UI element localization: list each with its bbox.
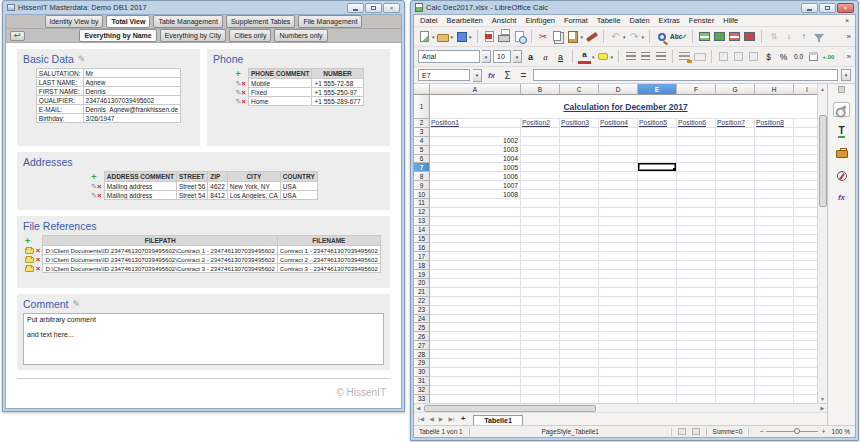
clone-formatting-button[interactable] xyxy=(585,29,598,44)
menu-hilfe[interactable]: Hilfe xyxy=(723,16,738,25)
cell-D28[interactable] xyxy=(599,350,638,359)
cell-D24[interactable] xyxy=(599,315,638,324)
table-management-button[interactable]: Table Management xyxy=(153,15,223,28)
cell-I25[interactable] xyxy=(794,323,817,332)
cell-A11[interactable] xyxy=(430,199,521,208)
cell-E9[interactable] xyxy=(638,181,677,190)
cell-C13[interactable] xyxy=(560,217,599,226)
sum-display[interactable]: Summe=0 xyxy=(713,428,743,435)
cell-D20[interactable] xyxy=(599,279,638,288)
cell-I3[interactable] xyxy=(794,128,817,137)
cell-H22[interactable] xyxy=(755,297,794,306)
cell-B17[interactable] xyxy=(521,252,560,261)
row-header-26[interactable]: 26 xyxy=(414,332,430,341)
cell-D4[interactable] xyxy=(599,137,638,146)
cell-C7[interactable] xyxy=(560,163,599,172)
cell-I15[interactable] xyxy=(794,235,817,244)
add-file-button[interactable]: + xyxy=(25,236,30,246)
cell-C32[interactable] xyxy=(560,386,599,395)
cell-C33[interactable] xyxy=(560,395,599,403)
cut-button[interactable]: ✂ xyxy=(537,29,550,44)
cell-F12[interactable] xyxy=(677,208,716,217)
cell-B20[interactable] xyxy=(521,279,560,288)
cell-G5[interactable] xyxy=(716,146,755,155)
cell-reference-box[interactable]: E7 xyxy=(418,69,470,81)
cell-I21[interactable] xyxy=(794,288,817,297)
cell-E32[interactable] xyxy=(638,386,677,395)
menu-datei[interactable]: Datei xyxy=(420,16,438,25)
cell-G32[interactable] xyxy=(716,386,755,395)
cell-F31[interactable] xyxy=(677,377,716,386)
open-button[interactable] xyxy=(437,29,450,44)
cell-E30[interactable] xyxy=(638,368,677,377)
currency-format-button[interactable]: $ xyxy=(762,49,775,64)
cell-G30[interactable] xyxy=(716,368,755,377)
cell-I12[interactable] xyxy=(794,208,817,217)
cell-E3[interactable] xyxy=(638,128,677,137)
cell-D13[interactable] xyxy=(599,217,638,226)
cell-B16[interactable] xyxy=(521,243,560,252)
cell-A22[interactable] xyxy=(430,297,521,306)
cell-C28[interactable] xyxy=(560,350,599,359)
cell-G10[interactable] xyxy=(716,190,755,199)
cell-B18[interactable] xyxy=(521,261,560,270)
cell-E4[interactable] xyxy=(638,137,677,146)
cell-G20[interactable] xyxy=(716,279,755,288)
font-name-select[interactable]: Arial xyxy=(418,50,480,63)
align-center-button[interactable] xyxy=(639,49,652,64)
cell-E24[interactable] xyxy=(638,315,677,324)
cell-G14[interactable] xyxy=(716,226,755,235)
cell-I33[interactable] xyxy=(794,395,817,403)
cell-H16[interactable] xyxy=(755,243,794,252)
cell-I14[interactable] xyxy=(794,226,817,235)
cell-E16[interactable] xyxy=(638,243,677,252)
cell-E18[interactable] xyxy=(638,261,677,270)
formula-button[interactable]: = xyxy=(517,68,530,83)
cell-E17[interactable] xyxy=(638,252,677,261)
cell-E6[interactable] xyxy=(638,155,677,164)
cell-G33[interactable] xyxy=(716,395,755,403)
delete-row-icon[interactable]: × xyxy=(36,255,41,264)
row-header-16[interactable]: 16 xyxy=(414,243,430,252)
cell-A19[interactable] xyxy=(430,270,521,279)
chevron-down-icon[interactable]: ▾ xyxy=(642,34,645,40)
row-header-31[interactable]: 31 xyxy=(414,377,430,386)
row-header-24[interactable]: 24 xyxy=(414,315,430,324)
row-header-27[interactable]: 27 xyxy=(414,341,430,350)
row-header-7[interactable]: 7 xyxy=(414,163,430,172)
cell-H3[interactable] xyxy=(755,128,794,137)
chevron-down-icon[interactable]: ▾ xyxy=(592,54,595,60)
chevron-down-icon[interactable]: ▾ xyxy=(581,34,584,40)
cell-F15[interactable] xyxy=(677,235,716,244)
cell-I28[interactable] xyxy=(794,350,817,359)
row-header-23[interactable]: 23 xyxy=(414,306,430,315)
sort-button[interactable]: ⇅ xyxy=(767,29,780,44)
cell-H33[interactable] xyxy=(755,395,794,403)
cell-F6[interactable] xyxy=(677,155,716,164)
cell-D29[interactable] xyxy=(599,359,638,368)
cell-E29[interactable] xyxy=(638,359,677,368)
cell-G31[interactable] xyxy=(716,377,755,386)
cell-F32[interactable] xyxy=(677,386,716,395)
cell-H21[interactable] xyxy=(755,288,794,297)
align-left-button[interactable] xyxy=(624,49,637,64)
add-address-button[interactable]: + xyxy=(91,172,96,182)
cell-D2[interactable]: Position4 xyxy=(599,119,638,128)
cell-E14[interactable] xyxy=(638,226,677,235)
cell-A24[interactable] xyxy=(430,315,521,324)
first-sheet-button[interactable]: |◀ xyxy=(416,413,426,425)
cell-A18[interactable] xyxy=(430,261,521,270)
cell-E12[interactable] xyxy=(638,208,677,217)
cell-B30[interactable] xyxy=(521,368,560,377)
cell-D16[interactable] xyxy=(599,243,638,252)
new-document-button[interactable] xyxy=(418,29,431,44)
cell-E25[interactable] xyxy=(638,323,677,332)
delete-row-icon[interactable]: × xyxy=(97,191,102,200)
cell-D7[interactable] xyxy=(599,163,638,172)
row-header-18[interactable]: 18 xyxy=(414,261,430,270)
cell-C31[interactable] xyxy=(560,377,599,386)
cell-D11[interactable] xyxy=(599,199,638,208)
date-format-button[interactable] xyxy=(807,49,820,64)
cell-H4[interactable] xyxy=(755,137,794,146)
merge-center-button[interactable] xyxy=(717,49,730,64)
